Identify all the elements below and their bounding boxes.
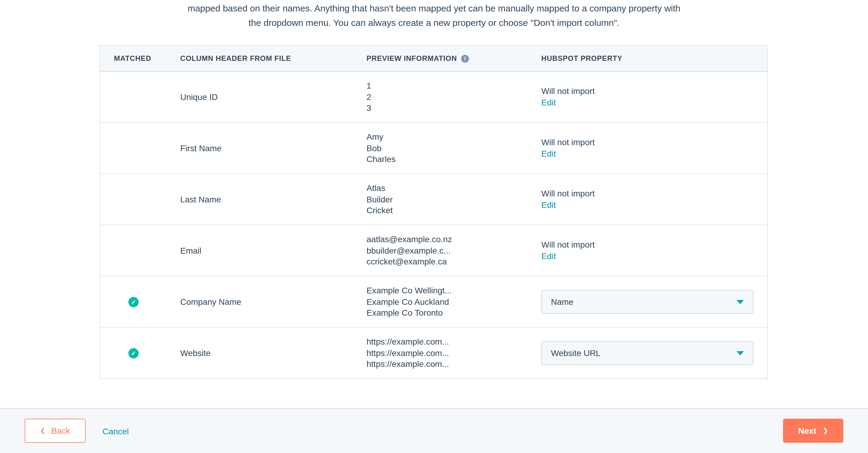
column-header-cell: Last Name bbox=[180, 195, 367, 204]
header-preview-label: PREVIEW INFORMATION bbox=[367, 54, 457, 63]
table-row: First Name Amy Bob Charles Will not impo… bbox=[100, 123, 767, 174]
table-row: Unique ID 1 2 3 Will not import Edit bbox=[100, 72, 767, 123]
preview-line: Bob bbox=[367, 143, 541, 154]
property-cell: Will not import Edit bbox=[541, 137, 767, 160]
column-header-cell: Company Name bbox=[180, 297, 367, 306]
intro-text: mapped based on their names. Anything th… bbox=[0, 1, 868, 30]
preview-line: 2 bbox=[367, 92, 541, 103]
preview-cell: 1 2 3 bbox=[367, 80, 541, 114]
table-row: Last Name Atlas Builder Cricket Will not… bbox=[100, 174, 767, 225]
next-button[interactable]: Next ❯ bbox=[783, 419, 843, 443]
column-header-cell: First Name bbox=[180, 143, 367, 153]
column-header-cell: Website bbox=[180, 348, 367, 358]
cancel-link[interactable]: Cancel bbox=[102, 409, 129, 453]
preview-line: 1 bbox=[367, 80, 541, 92]
preview-line: Example Co Auckland bbox=[367, 296, 541, 308]
preview-cell: https://example.com... https://example.c… bbox=[367, 336, 541, 370]
preview-line: ccricket@example.ca bbox=[367, 256, 541, 267]
preview-cell: Amy Bob Charles bbox=[367, 132, 541, 165]
intro-line-1: mapped based on their names. Anything th… bbox=[0, 1, 868, 16]
preview-line: aatlas@example.co.nz bbox=[367, 234, 541, 245]
preview-line: Example Co Toronto bbox=[367, 308, 541, 319]
chevron-down-icon bbox=[737, 351, 744, 355]
matched-cell: ✓ bbox=[100, 297, 180, 307]
import-mapping-screen: mapped based on their names. Anything th… bbox=[0, 0, 868, 453]
dropdown-selected-value: Website URL bbox=[551, 347, 600, 359]
property-cell: Will not import Edit bbox=[541, 86, 767, 108]
header-column-header-from-file: COLUMN HEADER FROM FILE bbox=[180, 54, 367, 63]
will-not-import-text: Will not import bbox=[541, 239, 767, 251]
preview-cell: aatlas@example.co.nz bbuilder@example.c.… bbox=[367, 234, 541, 267]
column-header-cell: Email bbox=[180, 246, 367, 255]
preview-line: https://example.com... bbox=[367, 336, 541, 348]
property-dropdown[interactable]: Website URL bbox=[541, 341, 753, 365]
property-dropdown[interactable]: Name bbox=[541, 290, 753, 314]
wizard-footer: ❮ Back Cancel Next ❯ bbox=[0, 409, 868, 453]
column-header-cell: Unique ID bbox=[180, 92, 367, 102]
preview-line: Atlas bbox=[367, 183, 541, 194]
table-row: ✓ Company Name Example Co Wellingt... Ex… bbox=[100, 277, 767, 328]
back-button[interactable]: ❮ Back bbox=[25, 419, 86, 443]
matched-cell: ✓ bbox=[100, 348, 180, 358]
header-preview-information: PREVIEW INFORMATION i bbox=[367, 54, 541, 63]
preview-line: Cricket bbox=[367, 205, 541, 216]
matched-check-icon: ✓ bbox=[128, 297, 138, 307]
table-row: ✓ Website https://example.com... https:/… bbox=[100, 328, 767, 378]
table-row: Email aatlas@example.co.nz bbuilder@exam… bbox=[100, 225, 767, 277]
table-header-row: MATCHED COLUMN HEADER FROM FILE PREVIEW … bbox=[100, 46, 767, 72]
will-not-import-text: Will not import bbox=[541, 188, 767, 199]
edit-link[interactable]: Edit bbox=[541, 148, 767, 160]
header-matched: MATCHED bbox=[100, 54, 180, 63]
property-cell: Website URL bbox=[541, 341, 767, 365]
preview-line: bbuilder@example.c... bbox=[367, 245, 541, 256]
chevron-right-icon: ❯ bbox=[823, 428, 828, 434]
dropdown-selected-value: Name bbox=[551, 296, 574, 308]
edit-link[interactable]: Edit bbox=[541, 251, 767, 262]
matched-check-icon: ✓ bbox=[128, 348, 138, 358]
will-not-import-text: Will not import bbox=[541, 86, 767, 97]
chevron-down-icon bbox=[737, 300, 744, 304]
chevron-left-icon: ❮ bbox=[40, 428, 45, 434]
preview-line: Builder bbox=[367, 194, 541, 205]
column-mapping-table: MATCHED COLUMN HEADER FROM FILE PREVIEW … bbox=[99, 45, 768, 379]
preview-line: Charles bbox=[367, 154, 541, 165]
header-hubspot-property: HUBSPOT PROPERTY bbox=[541, 54, 767, 63]
property-cell: Will not import Edit bbox=[541, 239, 767, 262]
will-not-import-text: Will not import bbox=[541, 137, 767, 148]
next-button-label: Next bbox=[798, 426, 816, 435]
property-cell: Will not import Edit bbox=[541, 188, 767, 211]
preview-cell: Atlas Builder Cricket bbox=[367, 183, 541, 216]
edit-link[interactable]: Edit bbox=[541, 97, 767, 108]
preview-line: Example Co Wellingt... bbox=[367, 285, 541, 296]
preview-line: 3 bbox=[367, 103, 541, 114]
info-icon[interactable]: i bbox=[461, 55, 469, 62]
edit-link[interactable]: Edit bbox=[541, 199, 767, 211]
preview-line: Amy bbox=[367, 132, 541, 143]
preview-cell: Example Co Wellingt... Example Co Auckla… bbox=[367, 285, 541, 319]
intro-line-2: the dropdown menu. You can always create… bbox=[0, 16, 868, 30]
preview-line: https://example.com... bbox=[367, 348, 541, 359]
back-button-label: Back bbox=[51, 426, 70, 435]
property-cell: Name bbox=[541, 290, 767, 314]
preview-line: https://example.com... bbox=[367, 359, 541, 370]
